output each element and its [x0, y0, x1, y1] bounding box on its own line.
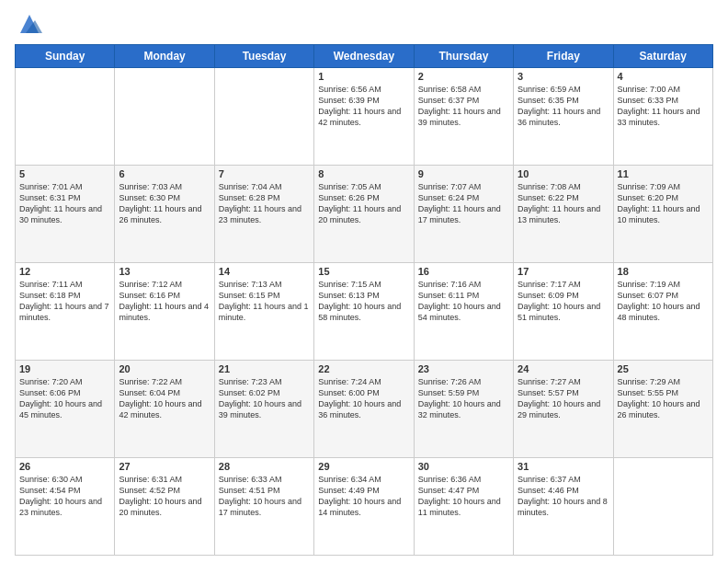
- day-number: 22: [318, 363, 409, 374]
- day-number: 5: [19, 168, 110, 179]
- calendar-cell: [613, 458, 712, 556]
- day-number: 14: [219, 266, 310, 277]
- cell-content: Sunrise: 7:08 AM Sunset: 6:22 PM Dayligh…: [518, 181, 609, 226]
- day-number: 1: [318, 71, 409, 82]
- day-header-thursday: Thursday: [414, 45, 513, 68]
- calendar-cell: 4Sunrise: 7:00 AM Sunset: 6:33 PM Daylig…: [613, 68, 712, 166]
- day-number: 29: [318, 461, 409, 472]
- calendar-cell: 31Sunrise: 6:37 AM Sunset: 4:46 PM Dayli…: [514, 458, 613, 556]
- calendar-cell: 6Sunrise: 7:03 AM Sunset: 6:30 PM Daylig…: [115, 166, 214, 263]
- calendar-cell: 21Sunrise: 7:23 AM Sunset: 6:02 PM Dayli…: [214, 361, 313, 458]
- day-number: 23: [418, 363, 509, 374]
- day-header-monday: Monday: [115, 45, 214, 68]
- day-number: 7: [219, 168, 310, 179]
- calendar-cell: 16Sunrise: 7:16 AM Sunset: 6:11 PM Dayli…: [414, 263, 513, 361]
- cell-content: Sunrise: 7:27 AM Sunset: 5:57 PM Dayligh…: [518, 376, 609, 421]
- calendar-cell: 23Sunrise: 7:26 AM Sunset: 5:59 PM Dayli…: [414, 361, 513, 458]
- day-number: 13: [119, 266, 210, 277]
- cell-content: Sunrise: 6:30 AM Sunset: 4:54 PM Dayligh…: [19, 474, 110, 519]
- page: SundayMondayTuesdayWednesdayThursdayFrid…: [0, 0, 728, 563]
- day-header-sunday: Sunday: [16, 45, 115, 68]
- cell-content: Sunrise: 7:01 AM Sunset: 6:31 PM Dayligh…: [19, 181, 110, 226]
- calendar-cell: 26Sunrise: 6:30 AM Sunset: 4:54 PM Dayli…: [16, 458, 115, 556]
- day-number: 19: [19, 363, 110, 374]
- calendar-cell: 15Sunrise: 7:15 AM Sunset: 6:13 PM Dayli…: [314, 263, 414, 361]
- day-number: 30: [418, 461, 509, 472]
- cell-content: Sunrise: 7:09 AM Sunset: 6:20 PM Dayligh…: [618, 181, 709, 226]
- header: [15, 11, 713, 37]
- logo: [15, 11, 42, 37]
- calendar-cell: 24Sunrise: 7:27 AM Sunset: 5:57 PM Dayli…: [514, 361, 613, 458]
- cell-content: Sunrise: 7:00 AM Sunset: 6:33 PM Dayligh…: [618, 84, 709, 129]
- day-number: 17: [518, 266, 609, 277]
- calendar-cell: 17Sunrise: 7:17 AM Sunset: 6:09 PM Dayli…: [514, 263, 613, 361]
- calendar-cell: 1Sunrise: 6:56 AM Sunset: 6:39 PM Daylig…: [314, 68, 414, 166]
- cell-content: Sunrise: 7:05 AM Sunset: 6:26 PM Dayligh…: [318, 181, 409, 226]
- day-number: 11: [618, 168, 709, 179]
- day-header-saturday: Saturday: [613, 45, 712, 68]
- day-number: 24: [518, 363, 609, 374]
- day-number: 18: [618, 266, 709, 277]
- cell-content: Sunrise: 7:26 AM Sunset: 5:59 PM Dayligh…: [418, 376, 509, 421]
- calendar-cell: 18Sunrise: 7:19 AM Sunset: 6:07 PM Dayli…: [613, 263, 712, 361]
- calendar-cell: 5Sunrise: 7:01 AM Sunset: 6:31 PM Daylig…: [16, 166, 115, 263]
- day-number: 2: [418, 71, 509, 82]
- day-number: 28: [219, 461, 310, 472]
- day-number: 3: [518, 71, 609, 82]
- day-number: 9: [418, 168, 509, 179]
- day-number: 25: [618, 363, 709, 374]
- calendar-week-4: 19Sunrise: 7:20 AM Sunset: 6:06 PM Dayli…: [16, 361, 713, 458]
- cell-content: Sunrise: 6:59 AM Sunset: 6:35 PM Dayligh…: [518, 84, 609, 129]
- cell-content: Sunrise: 6:34 AM Sunset: 4:49 PM Dayligh…: [318, 474, 409, 519]
- cell-content: Sunrise: 6:58 AM Sunset: 6:37 PM Dayligh…: [418, 84, 509, 129]
- cell-content: Sunrise: 6:31 AM Sunset: 4:52 PM Dayligh…: [119, 474, 210, 519]
- logo-icon: [17, 11, 42, 37]
- cell-content: Sunrise: 7:19 AM Sunset: 6:07 PM Dayligh…: [618, 279, 709, 324]
- cell-content: Sunrise: 7:22 AM Sunset: 6:04 PM Dayligh…: [119, 376, 210, 421]
- cell-content: Sunrise: 6:56 AM Sunset: 6:39 PM Dayligh…: [318, 84, 409, 129]
- calendar-cell: 3Sunrise: 6:59 AM Sunset: 6:35 PM Daylig…: [514, 68, 613, 166]
- cell-content: Sunrise: 7:11 AM Sunset: 6:18 PM Dayligh…: [19, 279, 110, 324]
- calendar-cell: 22Sunrise: 7:24 AM Sunset: 6:00 PM Dayli…: [314, 361, 414, 458]
- calendar-cell: 29Sunrise: 6:34 AM Sunset: 4:49 PM Dayli…: [314, 458, 414, 556]
- day-header-wednesday: Wednesday: [314, 45, 414, 68]
- calendar-header-row: SundayMondayTuesdayWednesdayThursdayFrid…: [16, 45, 713, 68]
- cell-content: Sunrise: 7:04 AM Sunset: 6:28 PM Dayligh…: [219, 181, 310, 226]
- calendar-cell: 13Sunrise: 7:12 AM Sunset: 6:16 PM Dayli…: [115, 263, 214, 361]
- cell-content: Sunrise: 7:23 AM Sunset: 6:02 PM Dayligh…: [219, 376, 310, 421]
- day-number: 6: [119, 168, 210, 179]
- cell-content: Sunrise: 7:03 AM Sunset: 6:30 PM Dayligh…: [119, 181, 210, 226]
- day-number: 21: [219, 363, 310, 374]
- day-number: 27: [119, 461, 210, 472]
- cell-content: Sunrise: 7:15 AM Sunset: 6:13 PM Dayligh…: [318, 279, 409, 324]
- cell-content: Sunrise: 7:17 AM Sunset: 6:09 PM Dayligh…: [518, 279, 609, 324]
- day-number: 20: [119, 363, 210, 374]
- day-header-friday: Friday: [514, 45, 613, 68]
- day-number: 26: [19, 461, 110, 472]
- day-number: 4: [618, 71, 709, 82]
- cell-content: Sunrise: 7:07 AM Sunset: 6:24 PM Dayligh…: [418, 181, 509, 226]
- cell-content: Sunrise: 7:29 AM Sunset: 5:55 PM Dayligh…: [618, 376, 709, 421]
- cell-content: Sunrise: 7:16 AM Sunset: 6:11 PM Dayligh…: [418, 279, 509, 324]
- day-header-tuesday: Tuesday: [214, 45, 313, 68]
- calendar-cell: 12Sunrise: 7:11 AM Sunset: 6:18 PM Dayli…: [16, 263, 115, 361]
- calendar-week-5: 26Sunrise: 6:30 AM Sunset: 4:54 PM Dayli…: [16, 458, 713, 556]
- day-number: 31: [518, 461, 609, 472]
- calendar-cell: 7Sunrise: 7:04 AM Sunset: 6:28 PM Daylig…: [214, 166, 313, 263]
- calendar-cell: [115, 68, 214, 166]
- calendar-cell: 2Sunrise: 6:58 AM Sunset: 6:37 PM Daylig…: [414, 68, 513, 166]
- cell-content: Sunrise: 6:37 AM Sunset: 4:46 PM Dayligh…: [518, 474, 609, 519]
- day-number: 8: [318, 168, 409, 179]
- day-number: 12: [19, 266, 110, 277]
- day-number: 15: [318, 266, 409, 277]
- cell-content: Sunrise: 6:36 AM Sunset: 4:47 PM Dayligh…: [418, 474, 509, 519]
- calendar-cell: 19Sunrise: 7:20 AM Sunset: 6:06 PM Dayli…: [16, 361, 115, 458]
- day-number: 10: [518, 168, 609, 179]
- cell-content: Sunrise: 6:33 AM Sunset: 4:51 PM Dayligh…: [219, 474, 310, 519]
- calendar-cell: 27Sunrise: 6:31 AM Sunset: 4:52 PM Dayli…: [115, 458, 214, 556]
- calendar-cell: 25Sunrise: 7:29 AM Sunset: 5:55 PM Dayli…: [613, 361, 712, 458]
- calendar-cell: 10Sunrise: 7:08 AM Sunset: 6:22 PM Dayli…: [514, 166, 613, 263]
- calendar-week-2: 5Sunrise: 7:01 AM Sunset: 6:31 PM Daylig…: [16, 166, 713, 263]
- cell-content: Sunrise: 7:24 AM Sunset: 6:00 PM Dayligh…: [318, 376, 409, 421]
- calendar-cell: 28Sunrise: 6:33 AM Sunset: 4:51 PM Dayli…: [214, 458, 313, 556]
